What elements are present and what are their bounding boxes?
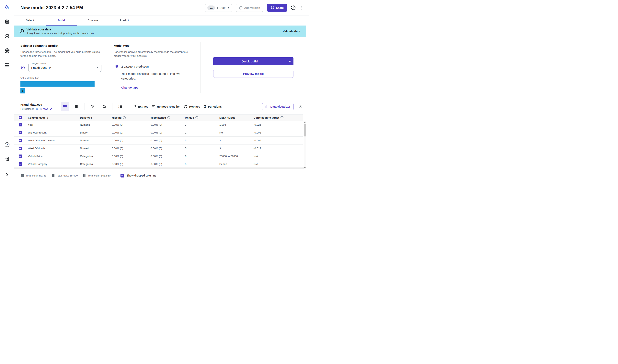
validate-data-button[interactable]: Validate data — [283, 30, 300, 33]
toolbar-separator — [84, 103, 85, 110]
cell-data-type: Binary — [80, 131, 112, 134]
dataset-list-icon[interactable] — [4, 63, 10, 68]
dataset-name: Fraud_data.csv — [20, 103, 53, 106]
table-row: VehicleCategory Categorical 0.00% (0) 0.… — [14, 160, 303, 168]
dataset-toolbar-right: Data visualizer — [262, 103, 302, 110]
share-button[interactable]: Share — [267, 4, 287, 12]
tab-build[interactable]: Build — [46, 16, 77, 26]
info-icon[interactable] — [167, 116, 170, 119]
distribution-bar: 1 — [20, 88, 25, 93]
transform-toolbar: 1 2 3 Extract — [61, 102, 222, 111]
functions-button[interactable]: Σ Functions — [204, 104, 222, 109]
row-checkbox[interactable] — [19, 131, 22, 134]
row-checkbox[interactable] — [19, 162, 22, 166]
row-checkbox[interactable] — [19, 155, 22, 158]
data-visualizer-label: Data visualizer — [270, 105, 290, 108]
expand-sidebar-chevron-icon[interactable] — [4, 172, 10, 178]
quick-build-dropdown[interactable] — [286, 57, 293, 65]
recommendation-row: 2 category prediction Your model classif… — [114, 65, 196, 90]
table-row: WeekOfMonthClaimed Numeric 0.00% (0) 0.0… — [14, 137, 303, 144]
tab-predict[interactable]: Predict — [109, 16, 140, 26]
header-column-name[interactable]: Column name ↓ — [28, 116, 80, 119]
info-icon[interactable] — [195, 116, 198, 119]
show-dropped-label: Show dropped columns — [126, 174, 156, 177]
target-panel-title: Select a column to predict — [20, 44, 101, 48]
check-icon — [19, 155, 21, 157]
toolbar-separator — [112, 103, 112, 110]
info-icon[interactable] — [123, 116, 126, 119]
recommendation-texts: 2 category prediction Your model classif… — [121, 65, 188, 90]
rows-count-link[interactable]: 15.4k rows — [36, 107, 48, 110]
info-icon[interactable] — [280, 116, 283, 119]
edit-pencil-icon[interactable] — [50, 107, 53, 110]
models-chip-icon[interactable] — [4, 19, 10, 25]
total-cells-stat: Total cells: 508,860 — [83, 174, 111, 177]
caret-down-icon — [289, 61, 291, 62]
target-column-value: FraudFound_P — [31, 66, 51, 69]
cell-data-type: Numeric — [80, 139, 112, 142]
collapse-panel-icon[interactable] — [299, 104, 302, 109]
check-icon — [19, 124, 21, 126]
cell-unique: 5 — [185, 139, 219, 142]
cell-correlation: -0.025 — [254, 123, 303, 126]
scroll-down-arrow-icon[interactable] — [304, 167, 306, 169]
value-distribution-chart: 0 1 — [20, 81, 95, 93]
plus-circle-icon — [239, 6, 243, 10]
quick-build-button[interactable]: Quick build — [213, 57, 293, 65]
data-visualizer-button[interactable]: Data visualizer — [262, 103, 294, 110]
header-missing: Missing — [112, 116, 151, 119]
functions-label: Functions — [208, 105, 222, 108]
value-distribution-label: Value distribution — [20, 77, 101, 79]
quick-build-label: Quick build — [213, 57, 286, 65]
cell-data-type: Numeric — [80, 123, 112, 126]
cell-column-name: Year — [28, 123, 80, 126]
header-actions: V1 Draft Add version — [205, 4, 303, 12]
banner-title: Validate your data — [27, 28, 95, 31]
cell-mean-mode: 2 — [219, 139, 254, 142]
model-type-title: Model type — [114, 44, 196, 48]
add-version-button[interactable]: Add version — [236, 4, 263, 12]
table-row: WeekOfMonth Numeric 0.00% (0) 0.00% (0) … — [14, 144, 303, 152]
change-type-link[interactable]: Change type — [121, 86, 138, 89]
vertical-scrollbar[interactable] — [304, 121, 306, 169]
row-checkbox[interactable] — [19, 139, 22, 142]
help-icon[interactable]: ? — [4, 142, 10, 148]
tab-analyze[interactable]: Analyze — [77, 16, 109, 26]
header-data-type: Data type — [80, 116, 112, 119]
page-title: New model 2023-4-2 7:54 PM — [20, 5, 83, 10]
cell-mean-mode: 20000 to 29000 — [219, 155, 254, 158]
row-checkbox[interactable] — [19, 123, 22, 126]
scroll-up-arrow-icon[interactable] — [304, 122, 306, 123]
remove-rows-button[interactable]: Remove rows by — [151, 105, 179, 108]
select-all-checkbox[interactable] — [19, 116, 22, 119]
list-view-button[interactable] — [61, 102, 69, 111]
scrollbar-thumb[interactable] — [304, 124, 306, 136]
sign-out-icon[interactable] — [4, 156, 10, 162]
show-dropped-columns-toggle: Show dropped columns — [121, 174, 156, 178]
cell-data-type: Categorical — [80, 155, 112, 158]
recommended-model-type: 2 category prediction — [121, 65, 188, 68]
horizontal-scrollbar[interactable] — [14, 168, 304, 169]
cell-unique: 3 — [185, 163, 219, 166]
sort-button[interactable]: 1 2 3 — [116, 102, 124, 111]
auto-insights-icon[interactable] — [4, 33, 10, 39]
target-column-select[interactable]: Target column FraudFound_P — [28, 64, 101, 72]
search-button[interactable] — [100, 102, 108, 111]
history-icon[interactable] — [291, 5, 296, 10]
replace-button[interactable]: Replace — [184, 105, 200, 109]
network-graph-icon[interactable] — [4, 48, 10, 54]
model-type-description: SageMaker Canvas automatically recommend… — [114, 50, 191, 58]
sidebar-divider — [4, 167, 10, 167]
extract-button[interactable]: Extract — [132, 105, 148, 109]
filter-button[interactable] — [89, 102, 96, 111]
cell-column-name: VehicleCategory — [28, 163, 80, 166]
version-selector[interactable]: V1 Draft — [205, 4, 232, 12]
replace-label: Replace — [189, 105, 200, 108]
grid-view-button[interactable] — [73, 102, 81, 111]
row-checkbox[interactable] — [19, 147, 22, 150]
show-dropped-checkbox[interactable] — [121, 174, 124, 178]
version-badge: V1 — [207, 5, 215, 10]
more-options-kebab-icon[interactable] — [299, 5, 303, 10]
preview-model-button[interactable]: Preview model — [213, 70, 293, 78]
tab-select[interactable]: Select — [14, 16, 46, 26]
